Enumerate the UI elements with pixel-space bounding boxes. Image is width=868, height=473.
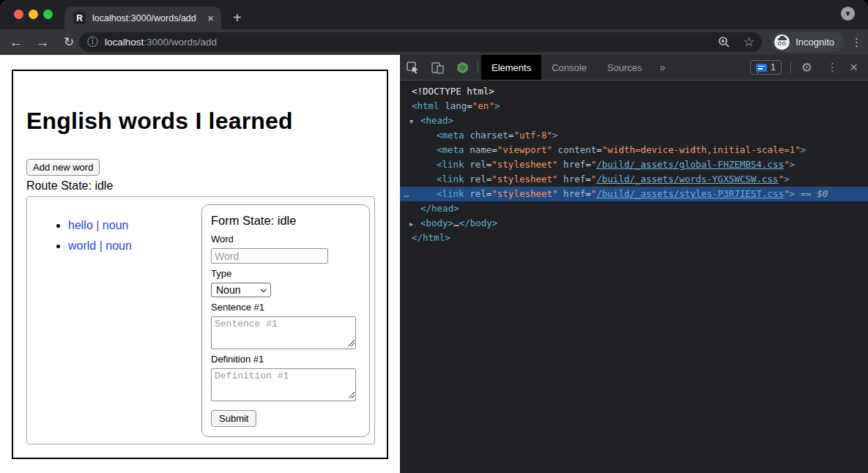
back-button[interactable]: ← <box>6 29 26 55</box>
disclosure-arrow-icon[interactable]: ▶ <box>409 217 413 231</box>
devtools-code-line[interactable]: …<link rel="stylesheet" href="/build/_as… <box>400 187 868 201</box>
maximize-window-button[interactable] <box>43 10 53 19</box>
code-token: " <box>784 159 790 170</box>
code-token: = <box>585 188 591 199</box>
code-token: "stylesheet" <box>492 159 557 170</box>
reload-button[interactable]: ↻ <box>59 29 79 55</box>
devtools-code-line[interactable]: <meta name="viewport" content="width=dev… <box>400 143 868 157</box>
code-token: rel <box>464 159 486 170</box>
issues-bubble-icon <box>756 64 767 72</box>
more-tabs-icon[interactable]: » <box>653 55 673 80</box>
code-token: " <box>784 188 790 199</box>
devtools-code-line[interactable]: </html> <box>400 231 868 245</box>
disclosure-arrow-icon[interactable]: ▼ <box>409 114 413 129</box>
new-tab-button[interactable]: + <box>233 7 242 28</box>
definition-textarea[interactable] <box>211 368 356 401</box>
tab-title: localhost:3000/words/add <box>92 13 203 23</box>
word-input[interactable] <box>211 248 328 264</box>
address-bar[interactable]: ⓘ localhost:3000/words/add ☆ <box>79 32 762 52</box>
code-token: <link <box>437 174 464 185</box>
incognito-icon <box>774 34 790 50</box>
code-token: = <box>596 144 602 155</box>
tab-elements[interactable]: Elements <box>481 55 541 80</box>
code-token: "stylesheet" <box>492 174 557 185</box>
url-text[interactable]: localhost:3000/words/add <box>105 37 718 48</box>
code-token: > <box>552 130 558 141</box>
list-item: world | noun <box>68 239 132 253</box>
route-state-text: Route State: idle <box>26 179 113 193</box>
add-new-word-button[interactable]: Add new word <box>26 159 100 176</box>
code-token: "en" <box>472 100 494 111</box>
word-link-world[interactable]: world | noun <box>68 239 132 252</box>
zoom-icon[interactable] <box>718 36 730 48</box>
code-token: <link <box>437 188 464 199</box>
code-token: charset <box>464 130 508 141</box>
devtools-menu-icon[interactable]: ⋮ <box>827 61 838 74</box>
code-token: </head> <box>420 203 459 214</box>
devtools-code-line[interactable]: <link rel="stylesheet" href="/build/_ass… <box>400 172 868 187</box>
code-token: <!DOCTYPE html> <box>412 86 494 97</box>
code-token: </body> <box>459 217 498 228</box>
code-token: … <box>453 217 459 228</box>
code-token: /build/_assets/global-FHZEMBS4.css <box>596 159 784 170</box>
sentence-textarea[interactable] <box>211 316 356 349</box>
word-label: Word <box>211 234 360 245</box>
devtools-code-line[interactable]: <link rel="stylesheet" href="/build/_ass… <box>400 157 868 172</box>
extension-icon[interactable] <box>450 55 475 80</box>
chevron-down-button[interactable]: ▼ <box>841 7 855 21</box>
code-token: /build/_assets/styles-P3R7IEST.css <box>596 188 784 199</box>
address-toolbar: ← → ↻ ⓘ localhost:3000/words/add ☆ Incog… <box>0 29 868 55</box>
devtools-toolbar: Elements Console Sources » 1 ⚙ ⋮ × <box>400 55 868 81</box>
minimize-window-button[interactable] <box>29 10 38 19</box>
devtools-code-line[interactable]: <!DOCTYPE html> <box>400 84 868 99</box>
tab-console[interactable]: Console <box>541 55 597 80</box>
sentence-label: Sentence #1 <box>211 302 360 313</box>
browser-menu-icon[interactable]: ⋮ <box>851 29 862 55</box>
close-icon[interactable]: × <box>850 59 858 75</box>
devtools-code-line[interactable]: </head> <box>400 201 868 216</box>
code-token: <body> <box>420 217 453 228</box>
toolbar-divider <box>790 62 791 73</box>
code-token: </html> <box>412 232 450 243</box>
devtools-code: <!DOCTYPE html><html lang="en">▼<head><m… <box>400 81 868 473</box>
url-host: localhost <box>105 37 144 48</box>
devtools-code-line[interactable]: ▶<body>…</body> <box>400 216 868 231</box>
chevron-down-icon <box>260 286 266 292</box>
forward-button[interactable]: → <box>32 29 53 55</box>
code-token: href <box>558 188 586 199</box>
code-token: = <box>585 159 591 170</box>
code-token: <html <box>412 100 439 111</box>
code-token: = <box>585 174 591 185</box>
devtools-code-line[interactable]: ▼<head> <box>400 113 868 128</box>
device-toolbar-icon[interactable] <box>425 55 450 80</box>
page-main-container: English words I learned Add new word Rou… <box>12 70 388 459</box>
bookmark-star-icon[interactable]: ☆ <box>743 36 754 48</box>
tab-close-icon[interactable]: × <box>207 12 214 24</box>
code-token: content <box>552 144 596 155</box>
tab-strip: R localhost:3000/words/add × + ▼ <box>0 0 868 29</box>
word-link-hello[interactable]: hello | noun <box>68 219 128 231</box>
code-token: = <box>467 100 472 111</box>
code-token: = <box>492 144 497 155</box>
devtools-code-line[interactable]: <meta charset="utf-8"> <box>400 128 868 143</box>
gear-icon[interactable]: ⚙ <box>801 60 812 75</box>
site-info-icon[interactable]: ⓘ <box>87 35 98 49</box>
submit-button[interactable]: Submit <box>211 410 256 427</box>
type-label: Type <box>211 268 360 279</box>
tab-sources[interactable]: Sources <box>597 55 653 80</box>
code-token: > <box>494 100 500 111</box>
code-token: name <box>464 144 492 155</box>
close-window-button[interactable] <box>14 10 23 19</box>
issues-count: 1 <box>771 62 776 72</box>
toolbar-divider <box>478 62 478 73</box>
incognito-label: Incognito <box>795 37 834 48</box>
browser-tab[interactable]: R localhost:3000/words/add × <box>64 7 221 29</box>
devtools-code-line[interactable]: <html lang="en"> <box>400 99 868 113</box>
line-ellipsis-icon[interactable]: … <box>404 187 409 201</box>
inspect-element-icon[interactable] <box>400 55 425 80</box>
word-list: hello | noun world | noun <box>52 219 132 260</box>
code-token: <head> <box>420 115 453 126</box>
issues-button[interactable]: 1 <box>750 60 782 75</box>
type-select[interactable]: Noun <box>211 283 271 297</box>
page-title: English words I learned <box>26 108 293 135</box>
